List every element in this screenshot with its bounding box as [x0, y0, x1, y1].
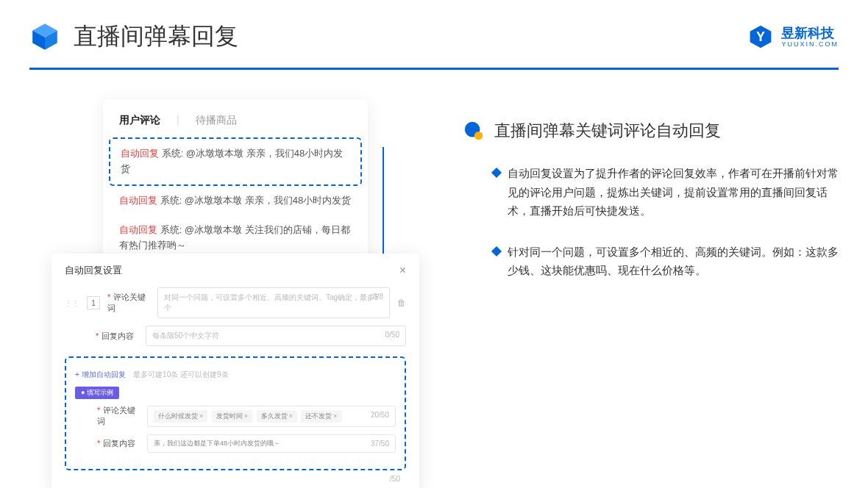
bullet-item: 自动回复设置为了提升作者的评论回复效率，作者可在开播前针对常见的评论用户问题，提… [463, 164, 839, 220]
auto-reply-label: 自动回复 [119, 224, 157, 235]
reply-text: 系统: @冰墩墩本墩 亲亲，我们48小时内发货 [160, 195, 352, 206]
section-title-row: 直播间弹幕关键词评论自动回复 [463, 120, 839, 142]
settings-header: 自动回复设置 × [65, 264, 406, 277]
keyword-input[interactable]: 对同一个问题，可设置多个相近、高频的关键词。Tag确定，最多5个 0/8 [157, 287, 390, 318]
cube-icon [29, 21, 60, 52]
main-content: 用户评论 | 待播商品 自动回复 系统: @冰墩墩本墩 亲亲，我们48小时内发货… [0, 70, 868, 302]
trash-icon[interactable]: 🗑 [397, 298, 406, 308]
add-auto-reply-link[interactable]: + 增加自动回复 [75, 370, 126, 380]
example-badge: ● 填写示例 [75, 387, 119, 399]
example-content-row: *回复内容 亲，我们这边都是下单48小时内发货的哦～ 37/50 [75, 434, 396, 453]
reply-item-highlighted: 自动回复 系统: @冰墩墩本墩 亲亲，我们48小时内发货 [109, 137, 362, 186]
tag[interactable]: 还不发货× [301, 410, 341, 423]
char-count: 20/50 [371, 411, 389, 419]
tab-separator: | [177, 114, 179, 127]
svg-point-6 [474, 132, 483, 140]
tab-user-comments[interactable]: 用户评论 [119, 114, 160, 127]
example-box: + 增加自动回复 最多可建10条 还可以创建9条 ● 填写示例 *评论关键词 什… [65, 356, 406, 470]
diamond-icon [491, 245, 502, 256]
auto-reply-label: 自动回复 [119, 195, 157, 206]
tag[interactable]: 发货时间× [212, 410, 252, 423]
bullet-item: 针对同一个问题，可设置多个相近的、高频的关键词。例如：这款多少钱、这块能优惠吗、… [463, 243, 839, 280]
tab-pending-products[interactable]: 待播商品 [196, 114, 237, 127]
char-count: 37/50 [371, 439, 389, 448]
auto-reply-label: 自动回复 [121, 148, 159, 159]
close-icon[interactable]: × [399, 264, 406, 277]
svg-text:Y: Y [756, 29, 765, 44]
example-keyword-input[interactable]: 什么时候发货× 发货时间× 多久发货× 还不发货× 20/50 [147, 406, 396, 427]
row-number: 1 [87, 296, 100, 309]
outer-count: /50 [65, 475, 406, 483]
char-count: 0/50 [385, 331, 399, 339]
page-title: 直播间弹幕回复 [74, 21, 238, 53]
brand-icon: Y [747, 24, 774, 50]
tag[interactable]: 多久发货× [257, 410, 297, 423]
ex-keyword-label: *评论关键词 [97, 405, 140, 427]
bubble-icon [463, 121, 484, 141]
bullet-text: 自动回复设置为了提升作者的评论回复效率，作者可在开播前针对常见的评论用户问题，提… [508, 164, 839, 220]
drag-handle-icon[interactable]: ⋮⋮ [65, 299, 79, 307]
add-hint: 最多可建10条 还可以创建9条 [133, 370, 228, 378]
right-column: 直播间弹幕关键词评论自动回复 自动回复设置为了提升作者的评论回复效率，作者可在开… [463, 99, 839, 302]
header-left: 直播间弹幕回复 [29, 21, 238, 53]
add-reply-row: + 增加自动回复 最多可建10条 还可以创建9条 [75, 367, 396, 384]
left-column: 用户评论 | 待播商品 自动回复 系统: @冰墩墩本墩 亲亲，我们48小时内发货… [51, 99, 419, 302]
page-header: 直播间弹幕回复 Y 昱新科技 YUUXIN.COM [0, 0, 868, 53]
tabs: 用户评论 | 待播商品 [119, 114, 352, 127]
settings-title: 自动回复设置 [65, 264, 122, 277]
brand-logo: Y 昱新科技 YUUXIN.COM [747, 24, 839, 50]
brand-name-en: YUUXIN.COM [781, 41, 839, 48]
example-content-input[interactable]: 亲，我们这边都是下单48小时内发货的哦～ 37/50 [147, 434, 396, 453]
keyword-label: *评论关键词 [107, 292, 150, 314]
brand-name-cn: 昱新科技 [781, 26, 839, 40]
reply-item: 自动回复 系统: @冰墩墩本墩 亲亲，我们48小时内发货 [119, 186, 352, 216]
keyword-row: ⋮⋮ 1 *评论关键词 对同一个问题，可设置多个相近、高频的关键词。Tag确定，… [65, 287, 406, 318]
auto-reply-settings-panel: 自动回复设置 × ⋮⋮ 1 *评论关键词 对同一个问题，可设置多个相近、高频的关… [51, 254, 419, 488]
tag[interactable]: 什么时候发货× [154, 410, 207, 423]
diamond-icon [491, 168, 502, 178]
content-label: *回复内容 [96, 331, 138, 342]
char-count: 0/8 [373, 293, 383, 301]
bullet-text: 针对同一个问题，可设置多个相近的、高频的关键词。例如：这款多少钱、这块能优惠吗、… [508, 243, 839, 280]
example-keyword-row: *评论关键词 什么时候发货× 发货时间× 多久发货× 还不发货× 20/50 [75, 405, 396, 427]
brand-text: 昱新科技 YUUXIN.COM [781, 26, 839, 48]
ex-content-label: *回复内容 [97, 438, 140, 449]
content-row: *回复内容 每条限50个中文字符 0/50 [65, 326, 406, 346]
comment-panel: 用户评论 | 待播商品 自动回复 系统: @冰墩墩本墩 亲亲，我们48小时内发货… [103, 99, 368, 276]
section-title: 直播间弹幕关键词评论自动回复 [494, 120, 721, 142]
content-input[interactable]: 每条限50个中文字符 0/50 [146, 326, 406, 346]
